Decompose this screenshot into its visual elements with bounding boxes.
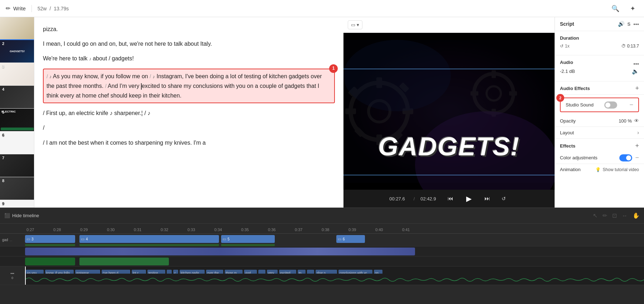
audio-effects-section: Audio Effects + 2 Studio Sound − <box>555 81 644 112</box>
audio-track-2-content[interactable] <box>25 256 644 266</box>
sub-8[interactable]: c <box>173 270 178 274</box>
timeline-tracks: gad ... ▭ 3 ▭ 4 ▭ <box>0 234 644 304</box>
duration-row: ↺ 1x ⏱ 0:13.7 <box>560 44 639 49</box>
sub-18[interactable]: shar n <box>316 270 337 274</box>
video-track-content[interactable]: ▭ 3 ▭ 4 ▭ 5 ▭ 6 <box>25 234 644 246</box>
animation-row: Animation 💡 Show tutorial video <box>555 164 644 175</box>
color-adj-label: Color adjustments <box>560 155 597 160</box>
mark-6: 0:33 <box>186 228 213 232</box>
sub-1[interactable]: As you <box>26 270 44 274</box>
mode-title: ✏ Write <box>6 5 26 12</box>
more-options-icon[interactable]: ••• <box>633 21 639 27</box>
audio-clip-long[interactable] <box>25 248 415 255</box>
sub-3[interactable]: Instagrar <box>75 270 100 274</box>
thumbnail-9[interactable]: 9 <box>0 200 34 208</box>
layout-row: Layout › <box>555 126 644 139</box>
magic-button[interactable]: ✦ <box>627 3 638 14</box>
video-track: gad ... ▭ 3 ▭ 4 ▭ <box>0 234 644 246</box>
sub-4[interactable]: I've been d <box>102 270 130 274</box>
studio-sound-toggle[interactable] <box>604 101 617 109</box>
green-clip-2[interactable] <box>79 258 169 265</box>
settings-label[interactable]: S <box>628 21 631 27</box>
effects-add-button[interactable]: + <box>635 142 639 150</box>
sub-19[interactable]: conclusions with yc <box>338 270 372 274</box>
skip-back-button[interactable]: ⏮ <box>445 194 456 203</box>
sub-20[interactable]: on <box>374 270 382 274</box>
tutorial-button[interactable]: 💡 Show tutorial video <box>595 167 639 172</box>
sub-11[interactable]: three m <box>225 270 243 274</box>
studio-sound-remove[interactable]: − <box>629 101 633 109</box>
skip-forward-button[interactable]: ⏭ <box>482 194 493 203</box>
select-tool[interactable]: ↖ <box>593 212 597 219</box>
sub-6[interactable]: testing <box>147 270 165 274</box>
tutorial-text: Show tutorial video <box>603 167 639 172</box>
sub-9[interactable]: kitchen gadg <box>180 270 205 274</box>
audio-track-1-content[interactable] <box>25 246 644 256</box>
mode-dropdown-icon: ▾ <box>357 22 359 28</box>
color-adj-toggle[interactable] <box>619 154 632 161</box>
video-track-label: gad ... <box>0 238 25 242</box>
speaker-icon: 🔈 <box>632 68 639 75</box>
color-adj-controls: − <box>619 154 639 161</box>
mark-12: 0:39 <box>347 228 374 232</box>
color-adj-remove[interactable]: − <box>635 154 639 161</box>
waveform-content[interactable]: As you know, if you follo Instagrar I've… <box>25 266 644 285</box>
audio-icon[interactable]: 🔊 <box>618 21 625 27</box>
green-clip-1[interactable] <box>25 258 75 265</box>
pen-tool[interactable]: ✏ <box>602 212 607 219</box>
mark-9: 0:36 <box>267 228 293 232</box>
loop-button[interactable]: ↺ <box>499 194 509 203</box>
eye-icon[interactable]: 👁 <box>634 118 639 124</box>
script-editor: pizza. I mean, I could go on and on, but… <box>34 17 343 208</box>
audio-track-1 <box>0 246 644 256</box>
mode-label: Write <box>13 5 26 11</box>
sub-15[interactable]: excited <box>279 270 296 274</box>
mark-10: 0:37 <box>293 228 320 232</box>
opacity-label: Opacity <box>560 118 576 124</box>
sub-5[interactable]: lot c <box>132 270 146 274</box>
sub-16[interactable]: to <box>298 270 306 274</box>
audio-effects-add-button[interactable]: + <box>635 85 639 91</box>
thumbnail-7[interactable]: 7 <box>0 154 34 177</box>
sub-17[interactable]: ... <box>307 270 314 274</box>
thumbnail-4[interactable]: 4 <box>0 86 34 109</box>
audio-value-row: -2.1 dB 🔈 <box>560 68 639 75</box>
sub-2[interactable]: know, if you follo <box>45 270 74 274</box>
thumbnail-6[interactable]: 6 <box>0 131 34 154</box>
play-button[interactable]: ▶ <box>462 193 476 204</box>
thumbnail-8[interactable]: 8 <box>0 177 34 200</box>
search-button[interactable]: 🔍 <box>610 3 621 14</box>
clip-6[interactable]: ▭ 6 <box>336 235 365 243</box>
scan-line-bottom <box>343 175 555 175</box>
sub-7[interactable]: ... <box>167 270 172 274</box>
thumbnail-2[interactable]: GADGETS! 2 <box>0 40 34 63</box>
preview-toolbar: ▭ ▾ <box>343 17 555 33</box>
sub-10[interactable]: over the <box>206 270 223 274</box>
panel-title: Script <box>560 21 574 27</box>
top-bar-actions: 🔍 ✦ <box>610 3 638 14</box>
clip-3[interactable]: ▭ 3 <box>25 235 75 243</box>
speed-label: ↺ 1x <box>560 44 570 49</box>
sub-13[interactable]: ... <box>258 270 265 274</box>
clip-5[interactable]: ▭ 5 <box>221 235 275 243</box>
mark-4: 0:31 <box>132 228 159 232</box>
video-title: GADGETS! <box>343 132 555 161</box>
crop-tool[interactable]: ⊡ <box>612 212 617 219</box>
sub-14[interactable]: very <box>267 270 278 274</box>
audio-db-value: -2.1 dB <box>560 69 575 74</box>
resize-tool[interactable]: ↔ <box>622 213 628 219</box>
svg-point-18 <box>343 40 451 111</box>
hide-timeline-button[interactable]: ⬛ Hide timeline <box>4 213 39 218</box>
thumb-num-9: 9 <box>2 201 4 206</box>
hand-tool[interactable]: ✋ <box>633 212 640 219</box>
sub-12[interactable]: And <box>244 270 257 274</box>
svg-rect-5 <box>345 109 356 114</box>
current-time: 00:27.6 <box>389 196 405 201</box>
thumbnail-1[interactable] <box>0 17 34 40</box>
script-para-3: We're here to talk ♪ about / gadgets! <box>43 54 335 63</box>
audio-more-icon[interactable]: ••• <box>633 61 639 67</box>
mode-select-button[interactable]: ▭ ▾ <box>348 20 362 29</box>
thumbnail-5[interactable]: ELECTRIC 5 <box>0 109 34 131</box>
thumbnail-3[interactable]: 3 <box>0 63 34 86</box>
clip-4[interactable]: ▭ 4 <box>79 235 219 243</box>
